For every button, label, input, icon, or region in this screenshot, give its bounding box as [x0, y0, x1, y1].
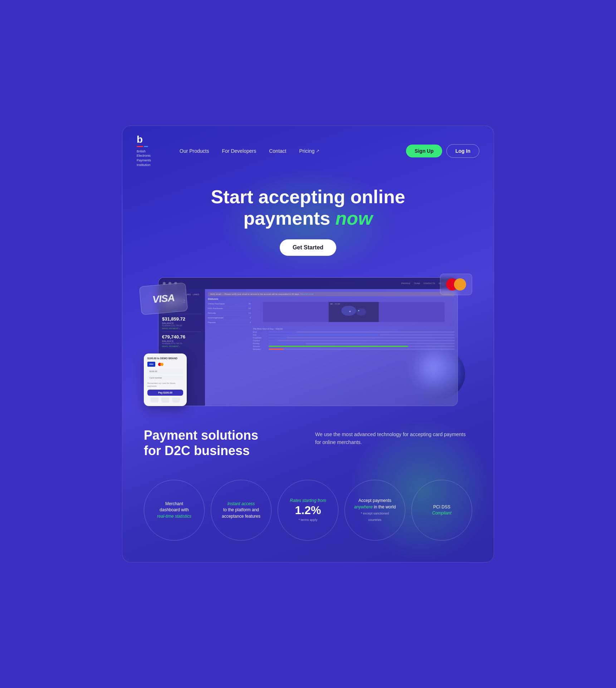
dashboard-section: VISA PROFILE TEAM CONTACTS DEVELOPERS	[129, 270, 487, 406]
bar-fill-fine	[269, 334, 380, 336]
balance-label-2: BALANCE	[162, 322, 201, 325]
logo-subtitle: BritishElectronicPaymentsInstitution	[137, 149, 151, 167]
svg-text:MAP — VOLUME: MAP — VOLUME	[330, 303, 340, 305]
dashboard-window: PROFILE TEAM CONTACTS DEVELOPERS ACCOUNT…	[158, 277, 458, 406]
bar-fill-pending	[269, 343, 306, 344]
mc-orange	[160, 363, 163, 366]
transaction-row-1: Online Purchases 35	[208, 302, 251, 306]
pricing-arrow-icon: ↗	[316, 148, 319, 153]
bar-fill-success	[269, 346, 408, 347]
feature-text-accept-green: anywhere	[354, 504, 373, 509]
dashboard-map-inner: MAP — VOLUME	[263, 302, 445, 322]
bar-track-fraudulent	[269, 337, 455, 338]
dashboard-grid: Statuses Online Purchases 35 P2G Purchas…	[208, 298, 455, 403]
hero-section: Start accepting online payments now Get …	[122, 176, 494, 270]
feature-text-accept: Accept payments anywhere in the world * …	[354, 498, 396, 523]
balance-amount-2: $31,859.72	[162, 316, 201, 322]
feature-text-merchant: Merchantdashboard with real-time statist…	[157, 501, 191, 519]
dashboard-map: MAP — VOLUME	[253, 298, 455, 326]
pay-icon-3	[172, 397, 180, 402]
mobile-widget-amount-input[interactable]: $100.00	[147, 369, 183, 374]
transactions-label: Statuses	[208, 298, 251, 300]
dashboard-alert: Verify email — Please verify your email …	[208, 292, 455, 296]
dash-tab-links[interactable]: LINKS	[193, 293, 199, 296]
hero-title: Start accepting online payments now	[137, 186, 479, 229]
mobile-widget-card-input[interactable]: Card number	[147, 375, 183, 380]
transaction-row-2: P2G Purchases 10	[208, 306, 251, 311]
bar-track-overdue	[269, 340, 455, 341]
bar-row-fraudulent: Fraudulent	[253, 337, 455, 339]
bar-fill-refunded	[269, 348, 284, 350]
mobile-visa-logo: VISA	[147, 362, 155, 367]
mobile-pay-button[interactable]: Pay $100.00	[147, 390, 183, 396]
dashboard-main: Verify email — Please verify your email …	[205, 289, 458, 406]
feature-text-merchant-green: real-time statistics	[157, 514, 191, 519]
mastercard-orange-circle	[454, 278, 466, 291]
balance-label-3: BALANCE	[162, 340, 201, 342]
svg-point-4	[358, 310, 360, 311]
dash-right-panel: MAP — VOLUME The Best Hour of Day - Volu…	[253, 298, 455, 403]
nav-link-for-developers[interactable]: For Developers	[222, 148, 256, 154]
mastercard	[440, 274, 472, 295]
resend-email-btn[interactable]: Resend email	[300, 293, 313, 295]
svg-point-3	[349, 311, 351, 312]
make-payment-3[interactable]: MAKE PAYMENT ›	[162, 345, 201, 347]
mobile-widget-cards: VISA	[147, 362, 183, 367]
balance-amount-3: €79,740.76	[162, 334, 201, 340]
bar-track-fine	[269, 334, 455, 336]
feature-rates-terms: * terms apply	[299, 518, 318, 522]
bar-row-overdue: Overdue	[253, 340, 455, 342]
bar-row-success: Success	[253, 345, 455, 347]
bar-fill-fraudulent	[269, 337, 287, 338]
features-row: Merchantdashboard with real-time statist…	[144, 480, 472, 541]
solutions-title: Payment solutions for D2C business	[144, 428, 301, 458]
feature-circle-merchant: Merchantdashboard with real-time statist…	[144, 480, 205, 541]
hero-title-now: now	[336, 208, 373, 229]
mobile-widget-header: $100.00 to DEMO BRAND	[147, 357, 183, 360]
feature-text-instant-green: Instant access	[228, 501, 255, 506]
solutions-description: We use the most advanced technology for …	[315, 428, 472, 447]
visa-text: VISA	[152, 292, 175, 305]
nav-link-contact[interactable]: Contact	[269, 148, 286, 154]
feature-rates-label: Rates starting from	[290, 498, 326, 503]
get-started-button[interactable]: Get Started	[280, 239, 336, 256]
bar-fill-overdue	[269, 340, 278, 341]
transaction-row-3: Refunds 13	[208, 311, 251, 316]
bar-row-fine: Fine	[253, 334, 455, 336]
topbar-label-team: TEAM	[414, 282, 420, 284]
mobile-pay-icons	[147, 397, 183, 402]
make-payment-2[interactable]: MAKE PAYMENT ›	[162, 327, 201, 330]
mobile-payment-widget: $100.00 to DEMO BRAND VISA $100.00 Card …	[144, 353, 187, 406]
login-button[interactable]: Log In	[446, 144, 479, 158]
nav-link-our-products[interactable]: Our Products	[180, 148, 209, 154]
page-container: b BritishElectronicPaymentsInstitution O…	[122, 126, 494, 562]
feature-circle-instant: Instant access to the platform andaccept…	[211, 480, 272, 541]
feature-text-pci-green: Compliant	[432, 511, 451, 516]
signup-button[interactable]: Sign Up	[406, 145, 442, 157]
bar-track-pending	[269, 343, 455, 344]
feature-circle-rates: Rates starting from 1.2% * terms apply	[278, 480, 338, 541]
nav-link-pricing[interactable]: Pricing ↗	[299, 148, 319, 154]
transaction-row-4: Incoming/Issued 4	[208, 316, 251, 320]
feature-text-accept-small: * except sanctionedcountries	[361, 512, 389, 521]
mastercard-circles	[446, 278, 466, 291]
bottom-section: Payment solutions for D2C business We us…	[122, 406, 494, 562]
logo-underline	[137, 146, 148, 147]
navbar: b BritishElectronicPaymentsInstitution O…	[122, 126, 494, 176]
bars-title: The Best Hour of Day - Volume	[253, 328, 455, 330]
nav-buttons: Sign Up Log In	[406, 144, 479, 158]
bar-row-pending: Pending	[253, 342, 455, 345]
dashboard-bars: The Best Hour of Day - Volume Error Fine	[253, 328, 455, 350]
bar-track-success	[269, 346, 455, 347]
balance-sub-3: Available €79,740.76	[162, 342, 201, 345]
logo-underline-blue	[144, 146, 148, 147]
pay-icon-2	[161, 397, 169, 402]
svg-point-1	[341, 306, 356, 316]
solutions-row: Payment solutions for D2C business We us…	[144, 428, 472, 458]
logo-underline-red	[137, 146, 143, 147]
dashboard-topbar: PROFILE TEAM CONTACTS DEVELOPERS	[158, 278, 458, 289]
visa-card: VISA	[139, 282, 188, 315]
transaction-row-5: Payouts 3	[208, 320, 251, 325]
bar-row-refunded: Refunded	[253, 348, 455, 350]
dash-left-panel: Statuses Online Purchases 35 P2G Purchas…	[208, 298, 251, 403]
